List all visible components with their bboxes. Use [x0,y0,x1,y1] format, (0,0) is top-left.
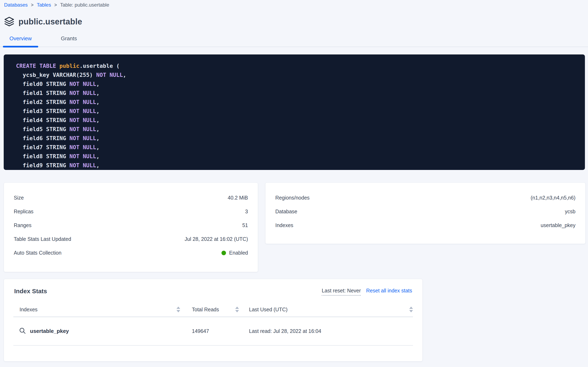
create-table-sql-box[interactable]: CREATE TABLE public.usertable ( ycsb_key… [4,54,585,170]
detail-row: Table Stats Last Updated Jul 28, 2022 at… [14,232,248,246]
sort-icon[interactable] [235,307,239,312]
detail-value-text: ycsb [565,209,575,215]
index-stats-table: Indexes Total Reads Last Used (UTC) [13,302,413,346]
detail-value: 3 [245,209,248,215]
detail-label: Auto Stats Collection [14,250,61,256]
breadcrumb-current: Table: public.usertable [60,2,109,8]
sql-line: field3 STRING NOT NULL, [16,107,577,116]
detail-value: ycsb [565,209,575,215]
detail-value-text: Jul 28, 2022 at 16:02 (UTC) [185,236,248,242]
detail-row: Replicas 3 [14,205,248,218]
sql-line: field1 STRING NOT NULL, [16,89,577,98]
index-stats-table-header: Indexes Total Reads Last Used (UTC) [13,302,413,317]
detail-value-text: (n1,n2,n3,n4,n5,n6) [531,195,575,201]
detail-row: Indexes usertable_pkey [275,218,575,232]
detail-label: Replicas [14,209,33,215]
index-stats-controls: Last reset: Never Reset all index stats [322,288,412,296]
detail-value: usertable_pkey [540,222,575,228]
total-reads-cell: 149647 [180,328,239,334]
column-header-total-reads[interactable]: Total Reads [180,307,239,313]
column-header-indexes[interactable]: Indexes [13,307,180,313]
reset-all-index-stats-link[interactable]: Reset all index stats [366,288,412,294]
detail-value: 40.2 MiB [228,195,248,201]
sort-icon[interactable] [409,307,413,312]
search-icon [19,327,26,335]
detail-value: Enabled [222,250,248,256]
detail-row: Database ycsb [275,205,575,218]
detail-value: Jul 28, 2022 at 16:02 (UTC) [185,236,248,242]
detail-value: (n1,n2,n3,n4,n5,n6) [531,195,575,201]
column-header-label: Total Reads [192,307,219,313]
detail-value-text: 40.2 MiB [228,195,248,201]
detail-label: Size [14,195,24,201]
tab-overview[interactable]: Overview [3,34,38,47]
breadcrumb-tables[interactable]: Tables [37,2,51,8]
detail-value-text: Enabled [229,250,248,256]
detail-label: Regions/nodes [275,195,310,201]
chevron-right-icon: > [54,2,57,8]
detail-label: Database [275,209,297,215]
index-stats-card: Index Stats Last reset: Never Reset all … [4,279,422,361]
table-details-card: Size 40.2 MiB Replicas 3 Ranges 51 [4,183,258,272]
page-header: public.usertable [4,17,588,27]
last-used-cell: Last read: Jul 28, 2022 at 16:04 [239,328,413,334]
breadcrumb: Databases > Tables > Table: public.usert… [0,0,588,8]
sql-line: field7 STRING NOT NULL, [16,143,577,152]
sql-line: field4 STRING NOT NULL, [16,116,577,125]
breadcrumb-databases[interactable]: Databases [4,2,28,8]
details-section: Size 40.2 MiB Replicas 3 Ranges 51 [4,183,586,272]
sort-icon[interactable] [176,307,180,312]
index-stats-header: Index Stats Last reset: Never Reset all … [13,288,413,296]
tab-grants[interactable]: Grants [54,34,83,47]
detail-label: Ranges [14,222,32,228]
table-location-card: Regions/nodes (n1,n2,n3,n4,n5,n6) Databa… [265,183,586,244]
status-dot-icon [222,251,226,255]
column-header-label: Indexes [19,307,38,313]
index-stats-title: Index Stats [14,288,47,295]
sql-line: field0 STRING NOT NULL, [16,80,577,89]
column-header-last-used[interactable]: Last Used (UTC) [239,307,413,313]
index-stats-table-body: usertable_pkey 149647 Last read: Jul 28,… [13,317,413,346]
sql-line: ycsb_key VARCHAR(255) NOT NULL, [16,70,577,80]
table-row: usertable_pkey 149647 Last read: Jul 28,… [13,317,413,346]
detail-label: Indexes [275,222,293,228]
layers-stack-icon [4,17,14,27]
detail-value: 51 [242,222,248,228]
column-header-label: Last Used (UTC) [249,307,288,313]
detail-label: Table Stats Last Updated [14,236,71,242]
sql-line: CREATE TABLE public.usertable ( [16,61,577,70]
page-title: public.usertable [18,17,82,26]
tab-bar: Overview Grants [0,34,588,47]
detail-row: Regions/nodes (n1,n2,n3,n4,n5,n6) [275,191,575,205]
index-name[interactable]: usertable_pkey [30,328,69,334]
chevron-right-icon: > [31,2,33,8]
detail-value-text: 3 [245,209,248,215]
sql-line: field5 STRING NOT NULL, [16,125,577,134]
detail-row: Ranges 51 [14,218,248,232]
sql-line: field6 STRING NOT NULL, [16,134,577,143]
detail-row: Size 40.2 MiB [14,191,248,205]
detail-row: Auto Stats Collection Enabled [14,246,248,260]
sql-line: field8 STRING NOT NULL, [16,152,577,161]
index-name-cell[interactable]: usertable_pkey [13,327,180,335]
detail-value-text: 51 [242,222,248,228]
sql-line: field9 STRING NOT NULL, [16,161,577,170]
sql-line: field2 STRING NOT NULL, [16,98,577,107]
detail-value-text: usertable_pkey [540,222,575,228]
last-reset-label: Last reset: Never [322,288,361,296]
